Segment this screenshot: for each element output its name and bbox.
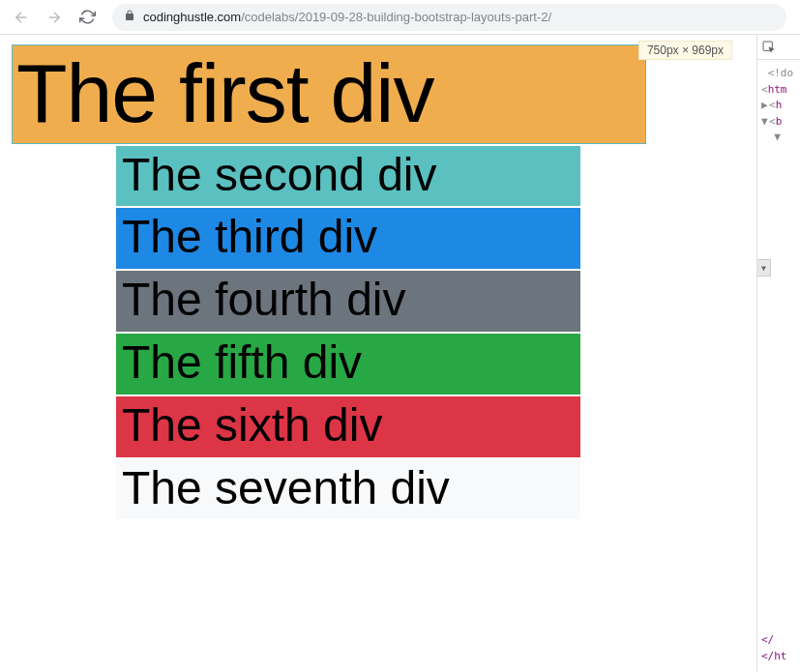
- second-div: The second div: [116, 146, 580, 207]
- sixth-div: The sixth div: [116, 396, 580, 457]
- url-bar[interactable]: codinghustle.com/codelabs/2019-09-28-bui…: [112, 4, 786, 31]
- devtools-doctype: <!do: [761, 66, 798, 82]
- browser-toolbar: codinghustle.com/codelabs/2019-09-28-bui…: [0, 0, 800, 35]
- arrow-right-icon: [45, 9, 63, 26]
- arrow-left-icon: [13, 9, 30, 26]
- devtools-closing-tags: </ </ht: [761, 632, 787, 664]
- devtools-toolbar: [757, 35, 800, 60]
- devtools-resize-handle[interactable]: … ▼: [756, 259, 771, 277]
- url-domain: codinghustle.com: [143, 10, 241, 24]
- devtools-panel[interactable]: <!do <htm ▶<h ▼<b ▼ … ▼ </ </ht: [756, 35, 800, 672]
- third-div: The third div: [116, 208, 580, 269]
- first-div: The first div: [12, 44, 646, 144]
- devtools-head-tag: ▶<h: [761, 98, 798, 114]
- fifth-div: The fifth div: [116, 334, 580, 394]
- fourth-div: The fourth div: [116, 271, 580, 332]
- devtools-elements[interactable]: <!do <htm ▶<h ▼<b ▼: [757, 60, 800, 146]
- url-path: /codelabs/2019-09-28-building-bootstrap-…: [241, 10, 551, 24]
- seventh-div: The seventh div: [116, 459, 580, 520]
- lock-icon: [124, 10, 135, 24]
- inspect-element-icon[interactable]: [761, 40, 777, 55]
- forward-button[interactable]: [41, 4, 68, 31]
- dimension-tooltip: 750px × 969px: [638, 41, 732, 60]
- page-content: The first div The second div The third d…: [0, 35, 800, 519]
- reload-button[interactable]: [74, 4, 101, 31]
- reload-icon: [79, 9, 96, 25]
- back-button[interactable]: [8, 4, 35, 31]
- devtools-expand: ▼: [761, 130, 798, 146]
- devtools-body-tag: ▼<b: [761, 114, 798, 131]
- chevron-down-icon: ▼: [761, 264, 766, 273]
- page-viewport: 750px × 969px The first div The second d…: [0, 35, 800, 672]
- devtools-html-tag: <htm: [761, 82, 798, 99]
